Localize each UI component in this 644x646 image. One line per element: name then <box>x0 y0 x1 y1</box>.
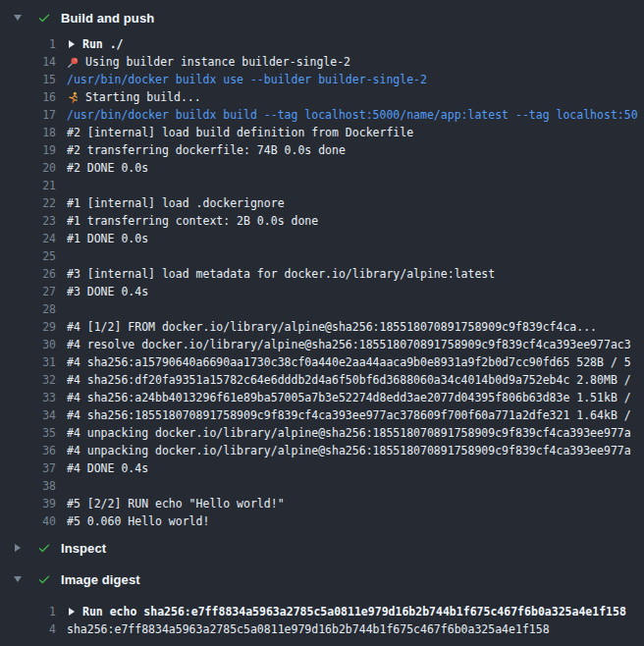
line-number[interactable]: 37 <box>0 459 56 477</box>
log-line: 18 #2 [internal] load build definition f… <box>0 124 644 141</box>
line-number[interactable]: 30 <box>0 336 56 353</box>
line-number[interactable]: 40 <box>0 512 56 530</box>
log-line: 25 <box>0 247 644 265</box>
log-line: 28 <box>0 300 644 318</box>
line-number[interactable]: 1 <box>0 603 56 620</box>
line-number[interactable]: 27 <box>0 283 56 300</box>
line-number[interactable]: 34 <box>0 406 56 424</box>
log-line: 29 #4 [1/2] FROM docker.io/library/alpin… <box>0 318 644 336</box>
log-line: 32 #4 sha256:df20fa9351a15782c64e6dddb2d… <box>0 371 644 389</box>
line-number[interactable]: 21 <box>0 177 56 194</box>
log-text: Run ./ <box>82 35 124 53</box>
section-header-build-and-push[interactable]: Build and push <box>0 2 644 33</box>
section-header-inspect[interactable]: Inspect <box>0 532 644 564</box>
log-text: #4 resolve docker.io/library/alpine@sha2… <box>67 336 631 353</box>
log-text: #4 unpacking docker.io/library/alpine@sh… <box>67 442 631 459</box>
log-line: 30 #4 resolve docker.io/library/alpine@s… <box>0 336 644 353</box>
line-number[interactable]: 4 <box>0 620 56 638</box>
workflow-log-viewer: Build and push 1 Run ./ <box>0 0 644 646</box>
log-line: 22 #1 [internal] load .dockerignore <box>0 194 644 212</box>
log-line: 26 #3 [internal] load metadata for docke… <box>0 265 644 283</box>
line-number[interactable]: 36 <box>0 442 56 459</box>
log-line-content: #3 [internal] load metadata for docker.i… <box>67 265 644 283</box>
line-number[interactable]: 20 <box>0 159 56 177</box>
line-number[interactable]: 23 <box>0 212 56 230</box>
log-text: #2 DONE 0.0s <box>67 159 148 177</box>
log-section-image-digest: Image digest 1 Run echo sha256:e7ff <box>0 564 644 640</box>
log-line: 27 #3 DONE 0.4s <box>0 283 644 300</box>
log-line-content: #5 0.060 Hello world! <box>67 512 644 530</box>
log-line: 24 #1 DONE 0.0s <box>0 230 644 247</box>
log-line-content: #1 DONE 0.0s <box>67 230 644 247</box>
log-line-content: #4 sha256:df20fa9351a15782c64e6dddb2d4a6… <box>67 371 644 389</box>
log-text: /usr/bin/docker buildx build --tag local… <box>67 106 638 124</box>
log-line-content: #4 unpacking docker.io/library/alpine@sh… <box>67 442 644 459</box>
pushpin-icon <box>67 56 80 69</box>
runner-icon <box>67 91 80 104</box>
line-number[interactable]: 29 <box>0 318 56 336</box>
line-number[interactable]: 39 <box>0 495 56 512</box>
log-line: 34 #4 sha256:185518070891758909c9f839cf4… <box>0 406 644 424</box>
log-line-content: /usr/bin/docker buildx use --builder bui… <box>67 71 644 88</box>
log-line: 19 #2 transferring dockerfile: 74B 0.0s … <box>0 141 644 159</box>
line-number[interactable]: 26 <box>0 265 56 283</box>
line-number[interactable]: 14 <box>0 53 56 71</box>
chevron-right-icon <box>15 544 21 552</box>
log-line-content: Run echo sha256:e7ff8834a5963a2785c5a081… <box>67 603 644 620</box>
log-text: #1 transferring context: 2B 0.0s done <box>67 212 318 230</box>
log-line: 37 #4 DONE 0.4s <box>0 459 644 477</box>
log-line: 36 #4 unpacking docker.io/library/alpine… <box>0 442 644 459</box>
log-text: #4 sha256:185518070891758909c9f839cf4ca3… <box>67 406 631 424</box>
check-success-icon <box>37 11 51 25</box>
log-text: #4 sha256:a15790640a6690aa1730c38cf0a440… <box>67 353 631 371</box>
log-line: 35 #4 unpacking docker.io/library/alpine… <box>0 424 644 442</box>
log-line-content: #2 transferring dockerfile: 74B 0.0s don… <box>67 141 644 159</box>
log-line-content: Using builder instance builder-single-2 <box>67 53 644 71</box>
log-line-content: #1 transferring context: 2B 0.0s done <box>67 212 644 230</box>
line-number[interactable]: 17 <box>0 106 56 124</box>
log-line: 4 sha256:e7ff8834a5963a2785c5a0811e979d1… <box>0 620 644 638</box>
log-line: 33 #4 sha256:a24bb4013296f61e89ba57005a7… <box>0 389 644 406</box>
log-text: sha256:e7ff8834a5963a2785c5a0811e979d16b… <box>67 620 550 638</box>
line-number[interactable]: 35 <box>0 424 56 442</box>
log-text: #4 unpacking docker.io/library/alpine@sh… <box>67 424 631 442</box>
log-text: Using builder instance builder-single-2 <box>85 53 350 71</box>
line-number[interactable]: 16 <box>0 88 56 106</box>
line-number[interactable]: 1 <box>0 35 56 53</box>
log-text: #3 DONE 0.4s <box>67 283 148 300</box>
log-line-content: #5 [2/2] RUN echo "Hello world!" <box>67 495 644 512</box>
line-number[interactable]: 15 <box>0 71 56 88</box>
section-header-image-digest[interactable]: Image digest <box>0 564 644 595</box>
log-line: 39 #5 [2/2] RUN echo "Hello world!" <box>0 495 644 512</box>
log-line-content: #4 unpacking docker.io/library/alpine@sh… <box>67 424 644 442</box>
log-line-content: #2 [internal] load build definition from… <box>67 124 644 141</box>
line-number[interactable]: 19 <box>0 141 56 159</box>
log-text: #1 DONE 0.0s <box>67 230 148 247</box>
run-expand-caret-icon[interactable] <box>69 608 75 616</box>
log-text: Starting build... <box>85 88 201 106</box>
log-text: #2 transferring dockerfile: 74B 0.0s don… <box>67 141 346 159</box>
log-text: #3 [internal] load metadata for docker.i… <box>67 265 495 283</box>
log-text: #5 [2/2] RUN echo "Hello world!" <box>67 495 285 512</box>
line-number[interactable]: 38 <box>0 477 56 495</box>
line-number[interactable]: 18 <box>0 124 56 141</box>
section-title: Image digest <box>61 572 140 587</box>
log-line-content: Run ./ <box>67 35 644 53</box>
log-text: #4 sha256:df20fa9351a15782c64e6dddb2d4a6… <box>67 371 631 389</box>
log-line: 23 #1 transferring context: 2B 0.0s done <box>0 212 644 230</box>
log-line-content: #4 DONE 0.4s <box>67 459 644 477</box>
line-number[interactable]: 28 <box>0 300 56 318</box>
log-line: 1 Run ./ <box>0 35 644 53</box>
line-number[interactable]: 33 <box>0 389 56 406</box>
line-number[interactable]: 32 <box>0 371 56 389</box>
log-line-content: sha256:e7ff8834a5963a2785c5a0811e979d16b… <box>67 620 644 638</box>
run-expand-caret-icon[interactable] <box>69 40 75 48</box>
line-number[interactable]: 24 <box>0 230 56 247</box>
chevron-down-icon <box>14 576 22 582</box>
line-number[interactable]: 25 <box>0 247 56 265</box>
log-line: 31 #4 sha256:a15790640a6690aa1730c38cf0a… <box>0 353 644 371</box>
line-number[interactable]: 22 <box>0 194 56 212</box>
line-number[interactable]: 31 <box>0 353 56 371</box>
log-text: #1 [internal] load .dockerignore <box>67 194 285 212</box>
log-line-content: #4 [1/2] FROM docker.io/library/alpine@s… <box>67 318 644 336</box>
